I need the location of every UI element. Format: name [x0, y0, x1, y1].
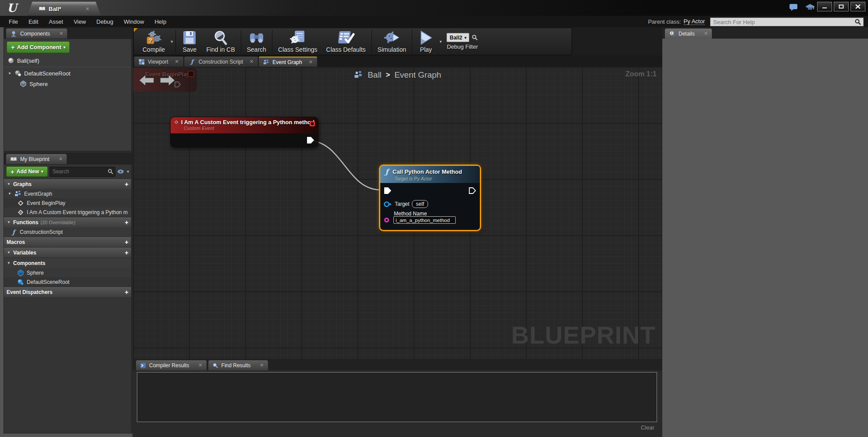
graph-item-label: EventGraph [24, 191, 52, 197]
play-options-caret[interactable]: ▾ [438, 39, 443, 44]
close-icon[interactable]: ✕ [59, 157, 63, 161]
menu-asset[interactable]: Asset [43, 18, 68, 25]
close-icon[interactable]: ✕ [704, 31, 708, 36]
clear-results-button[interactable]: Clear [641, 424, 654, 431]
add-new-button[interactable]: + Add New ▾ [6, 166, 48, 177]
close-icon[interactable]: ✕ [175, 59, 179, 64]
node-subtitle: Target is Py Actor [394, 176, 476, 181]
menu-help[interactable]: Help [149, 18, 171, 25]
section-header-functions[interactable]: ▼ Functions (20 Overridable) + [4, 217, 131, 227]
exec-pin-in-icon[interactable] [384, 187, 392, 194]
delegate-pin[interactable] [188, 71, 194, 77]
compile-button[interactable]: ? Compile [138, 28, 169, 55]
graph-item-event-beginplay[interactable]: Event BeginPlay [4, 198, 131, 208]
menu-view[interactable]: View [68, 18, 91, 25]
close-icon[interactable]: ✕ [59, 31, 63, 36]
tab-find-results[interactable]: Find Results ✕ [208, 360, 268, 370]
tab-construction-script[interactable]: ƒ Construction Script ✕ [184, 57, 258, 67]
section-header-macros[interactable]: Macros + [4, 236, 131, 247]
function-item-constructionscript[interactable]: ƒ ConstructionScript [4, 227, 131, 236]
compile-gears-icon: ? [145, 30, 163, 46]
nav-forward-icon[interactable] [159, 74, 176, 87]
tab-components[interactable]: Components ✕ [6, 29, 67, 39]
viewport-grid-icon [139, 59, 145, 65]
caret-down-icon[interactable]: ▾ [127, 169, 129, 174]
center-column: ? Compile ▾ Save [132, 27, 662, 437]
section-header-event-dispatchers[interactable]: Event Dispatchers + [4, 287, 131, 297]
add-macro-button[interactable]: + [125, 239, 129, 245]
tab-event-graph[interactable]: Event Graph ✕ [259, 57, 317, 67]
my-blueprint-search-input[interactable] [50, 168, 108, 175]
section-header-variables[interactable]: ▼ Variables + [4, 247, 131, 258]
tab-compiler-results[interactable]: Compiler Results ✕ [136, 360, 207, 370]
graph-item-custom-event[interactable]: I Am A Custom Event triggering a Python … [4, 208, 131, 217]
exec-pin-out-icon[interactable] [307, 136, 314, 144]
node-call-python-actor-method[interactable]: ƒ Call Python Actor Method Target is Py … [379, 165, 481, 231]
menu-edit[interactable]: Edit [23, 18, 43, 25]
method-name-string-pin-icon[interactable] [384, 218, 389, 222]
find-in-cb-button[interactable]: Find in CB [202, 28, 239, 55]
debug-search-icon[interactable] [472, 34, 478, 41]
add-graph-button[interactable]: + [125, 181, 129, 187]
components-icon [10, 30, 17, 37]
search-button[interactable]: Search [243, 28, 271, 55]
section-header-graphs[interactable]: ▼ Graphs + [4, 179, 131, 189]
tab-my-blueprint[interactable]: My Blueprint ✕ [6, 154, 67, 164]
tab-viewport[interactable]: Viewport ✕ [134, 57, 183, 67]
exec-pin-out-icon[interactable] [468, 187, 476, 194]
component-row-sphere[interactable]: Sphere [4, 79, 131, 89]
parent-class-link[interactable]: Py Actor [684, 18, 705, 25]
add-event-dispatcher-button[interactable]: + [125, 289, 129, 295]
tutorial-cap-icon[interactable] [805, 4, 815, 11]
method-name-input[interactable] [393, 216, 456, 224]
section-header-components-category[interactable]: ▼ Components [4, 258, 131, 268]
component-row-defaultsceneroot[interactable]: ▼ DefaultSceneRoot [4, 68, 131, 79]
tab-label: Viewport [148, 59, 168, 65]
asset-tab-ball[interactable]: Ball* ✕ [27, 2, 101, 16]
expanded-icon[interactable]: ▼ [7, 72, 12, 75]
menu-window[interactable]: Window [118, 18, 149, 25]
variable-item-sphere[interactable]: Sphere [4, 268, 131, 277]
close-icon[interactable]: ✕ [86, 7, 89, 11]
toolbar-button-label: Class Defaults [326, 46, 366, 53]
tab-details[interactable]: i Details ✕ [665, 29, 712, 39]
class-settings-button[interactable]: Class Settings [274, 28, 321, 55]
node-custom-event[interactable]: I Am A Custom Event triggering a Python … [170, 117, 318, 147]
debug-object-select[interactable]: Ball2 ▾ [447, 33, 469, 42]
graph-item-eventgraph[interactable]: ▼ EventGraph [4, 189, 131, 198]
menu-file[interactable]: File [4, 18, 23, 25]
parent-class-label: Parent class: [648, 18, 681, 25]
close-window-button[interactable] [850, 2, 865, 11]
play-button[interactable]: Play [414, 28, 438, 55]
event-graph-canvas[interactable]: Ball > Event Graph Zoom 1:1 BLUEPRINT Ev… [133, 67, 662, 359]
visibility-eye-icon[interactable] [117, 169, 125, 174]
compile-options-caret[interactable]: ▾ [169, 39, 174, 44]
add-variable-button[interactable]: + [125, 250, 129, 256]
nav-back-icon[interactable] [138, 74, 155, 87]
method-name-pin-label: Method Name [394, 211, 427, 217]
variable-item-label: DefaultSceneRoot [27, 279, 69, 285]
close-icon[interactable]: ✕ [260, 363, 264, 368]
left-panel: Components ✕ + Add Component ▾ Ball [4, 27, 132, 433]
maximize-icon [839, 4, 844, 9]
class-defaults-button[interactable]: Class Defaults [322, 28, 370, 55]
target-object-pin-icon[interactable] [384, 201, 392, 207]
delegate-pin[interactable] [310, 121, 315, 126]
close-icon[interactable]: ✕ [309, 60, 313, 64]
maximize-button[interactable] [834, 2, 849, 11]
tab-label: Event Graph [272, 59, 302, 65]
close-icon[interactable]: ✕ [198, 363, 202, 368]
simulation-button[interactable]: Simulation [373, 28, 411, 55]
minimize-button[interactable] [817, 2, 832, 11]
chat-bubble-icon[interactable] [789, 4, 799, 11]
variable-item-defaultsceneroot[interactable]: DefaultSceneRoot [4, 277, 131, 287]
target-value-box[interactable]: self [412, 200, 428, 208]
help-search-input[interactable] [711, 19, 854, 25]
close-icon[interactable]: ✕ [250, 59, 254, 64]
add-component-button[interactable]: + Add Component ▾ [7, 41, 70, 53]
component-row-ball-self[interactable]: Ball(self) [4, 55, 131, 66]
save-button[interactable]: Save [177, 28, 202, 55]
breadcrumb-root[interactable]: Ball [368, 70, 382, 80]
menu-debug[interactable]: Debug [91, 18, 118, 25]
add-function-button[interactable]: + [125, 219, 129, 226]
